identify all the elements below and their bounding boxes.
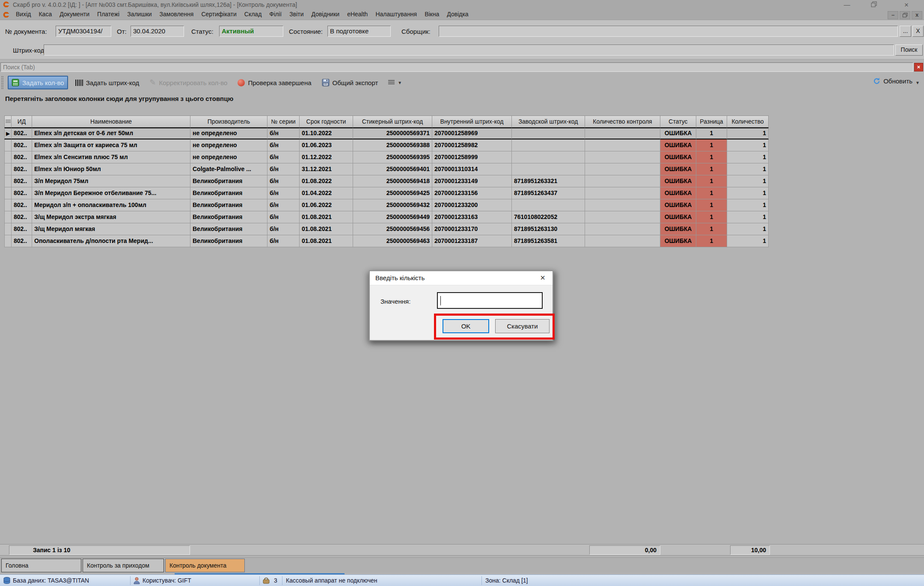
- cell-diff: 1: [696, 199, 727, 211]
- menu-item-довідка[interactable]: Довідка: [443, 9, 472, 19]
- toolbar-button-корректировать-кол-во[interactable]: ✎Корректировать кол-во: [146, 77, 230, 89]
- refresh-dropdown-icon[interactable]: ▼: [915, 80, 920, 85]
- cell-id: 802..: [12, 163, 32, 175]
- table-row[interactable]: 802..Elmex з/п Сенситив плюс 75 млне опр…: [4, 151, 769, 163]
- menu-item-замовлення[interactable]: Замовлення: [156, 9, 198, 19]
- column-header-sticker[interactable]: Стикерный штрих-код: [353, 115, 432, 127]
- table-row[interactable]: 802..З/п Меридол 75млВеликобританияб/н01…: [4, 175, 769, 187]
- menu-item-сертифікати[interactable]: Сертифікати: [197, 9, 240, 19]
- column-header-internal[interactable]: Внутренний штрих-код: [432, 115, 512, 127]
- table-row[interactable]: ▶802..Elmex з/п детская от 0-6 лет 50млн…: [4, 127, 769, 139]
- restore-icon[interactable]: [871, 1, 882, 7]
- cell-sticker: 2500000569371: [353, 127, 432, 139]
- dialog-close-icon[interactable]: ×: [537, 273, 548, 283]
- refresh-button[interactable]: Обновить ▼: [873, 77, 920, 85]
- column-header-status[interactable]: Статус: [660, 115, 696, 127]
- quantity-total: 10,00: [730, 545, 770, 555]
- menu-item-каса[interactable]: Каса: [35, 9, 56, 19]
- collector-browse-button[interactable]: ...: [900, 26, 911, 37]
- text-caret: [440, 296, 441, 305]
- menu-item-довідники[interactable]: Довідники: [308, 9, 344, 19]
- cell-expiry: 01.06.2022: [300, 199, 353, 211]
- table-row[interactable]: 802..Elmex з/п Защита от кариеса 75 млне…: [4, 139, 769, 151]
- toolbar-button-задать-кол-во[interactable]: Задать кол-во: [8, 76, 68, 89]
- column-header-manufacturer[interactable]: Производитель: [190, 115, 267, 127]
- column-header-series[interactable]: № серии: [267, 115, 300, 127]
- cell-expiry: 01.08.2022: [300, 175, 353, 187]
- column-header-qty[interactable]: Количество: [727, 115, 769, 127]
- mdi-minimize-icon[interactable]: –: [888, 11, 898, 19]
- doc-status-label: Статус:: [191, 28, 214, 35]
- cell-manufacturer: Великобритания: [190, 223, 267, 235]
- mdi-restore-icon[interactable]: [900, 11, 910, 19]
- pencil-icon: ✎: [149, 79, 156, 86]
- dialog-title-bar: Введіть кількість ×: [370, 271, 553, 285]
- toolbar-button-проверка-завершена[interactable]: Проверка завершена: [235, 77, 314, 89]
- column-header-control[interactable]: Количество контроля: [585, 115, 660, 127]
- table-row[interactable]: 802..Elmex з/п Юниор 50млColgate-Palmoli…: [4, 163, 769, 175]
- toolbar-button-задать-штрих-код[interactable]: Задать штрих-код: [72, 77, 143, 89]
- menu-item-склад[interactable]: Склад: [241, 9, 266, 19]
- tab-контроль-документа[interactable]: Контроль документа: [165, 559, 245, 572]
- cell-internal: 2070001233170: [432, 223, 512, 235]
- cell-internal: 2070001258982: [432, 139, 512, 151]
- cell-sticker: 2500000569432: [353, 199, 432, 211]
- barcode-field[interactable]: [44, 44, 894, 56]
- cell-qty: 1: [727, 163, 769, 175]
- grid-menu-cell[interactable]: [4, 115, 12, 127]
- menu-item-філії[interactable]: Філії: [265, 9, 285, 19]
- menu-item-залишки[interactable]: Залишки: [123, 9, 155, 19]
- menu-item-документи[interactable]: Документи: [56, 9, 93, 19]
- search-clear-icon[interactable]: ×: [914, 63, 923, 71]
- menu-item-вікна[interactable]: Вікна: [421, 9, 443, 19]
- column-header-factory[interactable]: Заводской штрих-код: [512, 115, 585, 127]
- cell-diff: 1: [696, 187, 727, 199]
- doc-date-field[interactable]: 30.04.2020: [131, 26, 184, 37]
- app-logo-icon: [3, 1, 9, 8]
- table-row[interactable]: 802..З/щ Меридол мягкаяВеликобританияб/н…: [4, 223, 769, 235]
- red-circle-icon: [238, 79, 245, 86]
- cell-diff: 1: [696, 163, 727, 175]
- column-header-name[interactable]: Наименование: [32, 115, 190, 127]
- mdi-close-icon[interactable]: x: [912, 11, 922, 19]
- column-header-id[interactable]: ИД: [12, 115, 32, 127]
- toolbar-button-menu[interactable]: ▼: [385, 78, 405, 87]
- tab-контроль-за-приходом[interactable]: Контроль за приходом: [83, 559, 164, 572]
- menu-item-звіти[interactable]: Звіти: [285, 9, 307, 19]
- status-bar: База даних: TASA3@TITAN Користувач: GIFT…: [0, 574, 924, 586]
- table-row[interactable]: 802..З/п Меридол Бережное отбеливание 75…: [4, 187, 769, 199]
- row-indicator: [4, 187, 12, 199]
- value-input[interactable]: [437, 292, 543, 309]
- minimize-icon[interactable]: —: [841, 1, 853, 8]
- table-row[interactable]: 802..Меридол з/п + ополаскиватель 100млВ…: [4, 199, 769, 211]
- grid-rows: ▶802..Elmex з/п детская от 0-6 лет 50млн…: [4, 127, 769, 247]
- cell-qty: 1: [727, 223, 769, 235]
- cell-diff: 1: [696, 223, 727, 235]
- search-input[interactable]: [0, 62, 913, 72]
- menu-item-налаштування[interactable]: Налаштування: [371, 9, 421, 19]
- collector-clear-button[interactable]: X: [912, 26, 924, 37]
- export-icon: [322, 79, 330, 86]
- group-by-hint: Перетягніть заголовок колонки сюди для у…: [5, 95, 233, 102]
- toolbar-button-общий-экспорт[interactable]: Общий экспорт: [319, 77, 381, 89]
- menu-item-вихід[interactable]: Вихід: [12, 9, 35, 19]
- doc-status-field[interactable]: Активный: [219, 26, 283, 37]
- cell-expiry: 01.08.2021: [300, 211, 353, 223]
- cell-factory: 7610108022052: [512, 211, 585, 223]
- cash-status: Кассовый аппарат не подключен: [286, 577, 377, 584]
- cell-status: ОШИБКА: [660, 187, 696, 199]
- menu-item-ehealth[interactable]: eHealth: [343, 9, 371, 19]
- table-row[interactable]: 802..Ополаскиватель д/полости рта Мерид.…: [4, 235, 769, 247]
- table-row[interactable]: 802..З/щ Меридол экстра мягкаяВеликобрит…: [4, 211, 769, 223]
- tab-головна[interactable]: Головна: [1, 559, 81, 572]
- barcode-search-button[interactable]: Поиск: [895, 44, 923, 56]
- column-header-diff[interactable]: Разница: [696, 115, 727, 127]
- column-header-expiry[interactable]: Срок годности: [300, 115, 353, 127]
- menu-item-платежі[interactable]: Платежі: [93, 9, 123, 19]
- doc-state-field[interactable]: В подготовке: [327, 26, 391, 37]
- collector-field[interactable]: [439, 26, 898, 37]
- doc-number-field[interactable]: УТДМ0304194/: [56, 26, 111, 37]
- grid-menu-icon[interactable]: [6, 120, 11, 124]
- cell-internal: 2070001233187: [432, 235, 512, 247]
- close-icon[interactable]: ×: [901, 1, 912, 9]
